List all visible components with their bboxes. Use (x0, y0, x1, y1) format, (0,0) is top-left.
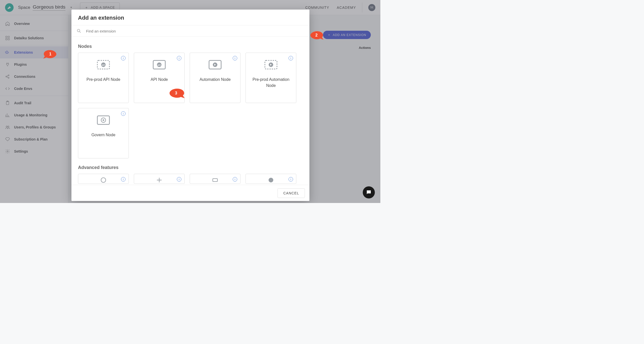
modal-search-row (71, 25, 309, 37)
modal-title: Add an extension (71, 10, 309, 25)
extension-card-advanced[interactable]: i (78, 174, 129, 184)
extension-card-preprod-api[interactable]: i Pre-prod API Node (78, 53, 129, 103)
extension-card-name: Automation Node (195, 77, 235, 83)
govern-node-icon (96, 114, 110, 126)
svg-point-27 (269, 178, 273, 183)
extension-card-advanced[interactable]: i (190, 174, 240, 184)
info-icon[interactable]: i (121, 56, 126, 60)
cancel-button[interactable]: CANCEL (277, 188, 305, 198)
svg-text:API: API (157, 64, 161, 66)
extension-card-name: API Node (146, 77, 172, 83)
extension-card-advanced[interactable]: i (134, 174, 185, 184)
feature-icon (208, 177, 222, 184)
add-extension-modal: Add an extension Nodes i Pre-prod API No… (71, 10, 309, 201)
extension-card-name: Govern Node (87, 132, 120, 138)
advanced-section-heading: Advanced features (78, 165, 303, 170)
extension-search-input[interactable] (86, 29, 304, 33)
extension-card-name: Pre-prod API Node (82, 77, 125, 83)
info-icon[interactable]: i (121, 177, 126, 182)
modal-footer: CANCEL (71, 185, 309, 201)
chat-launcher[interactable] (363, 186, 375, 198)
extension-card-automation[interactable]: i Automation Node (190, 53, 240, 103)
api-node-icon (96, 58, 110, 71)
annotation-marker-2: 2 (309, 30, 324, 40)
extension-card-govern[interactable]: i Govern Node (78, 108, 129, 158)
annotation-marker-3: 3 (167, 88, 185, 99)
automation-node-icon (208, 58, 222, 71)
extension-card-advanced[interactable]: i (246, 174, 296, 184)
extension-card-name: Pre-prod Automation Node (246, 77, 296, 89)
feature-icon (96, 177, 110, 184)
info-icon[interactable]: i (233, 177, 237, 182)
info-icon[interactable]: i (121, 111, 126, 116)
extension-card-preprod-automation[interactable]: i Pre-prod Automation Node (246, 53, 296, 103)
info-icon[interactable]: i (177, 177, 181, 182)
api-node-icon: API (152, 58, 166, 71)
svg-rect-26 (213, 179, 218, 182)
nodes-section-heading: Nodes (78, 44, 303, 49)
info-icon[interactable]: i (289, 177, 293, 182)
feature-icon (264, 177, 278, 184)
svg-point-25 (101, 178, 106, 183)
info-icon[interactable]: i (289, 56, 293, 60)
feature-icon (152, 177, 166, 184)
annotation-marker-1: 1 (43, 49, 58, 59)
search-icon (76, 28, 82, 33)
info-icon[interactable]: i (233, 56, 237, 60)
chat-icon (366, 189, 372, 195)
info-icon[interactable]: i (177, 56, 181, 60)
automation-node-icon (264, 58, 278, 71)
